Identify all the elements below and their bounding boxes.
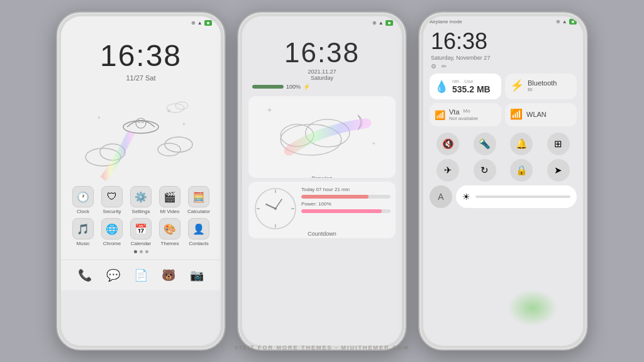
- battery-bar: [252, 85, 284, 89]
- drawing-label: Drawing: [253, 175, 391, 178]
- brightness-track: [475, 195, 570, 198]
- cc-tile-mobile[interactable]: 📶 Vta Mo Not available: [430, 103, 501, 126]
- settings-icon: ⚙️: [130, 186, 152, 207]
- app-themes[interactable]: 🎨 Themes: [156, 218, 184, 246]
- battery-3: ■: [569, 19, 577, 25]
- app-settings[interactable]: ⚙️ Settings: [127, 186, 155, 214]
- airplane-mode-label: Airplane mode: [430, 19, 462, 25]
- ufo-drawing: ✦ ✦ ✦: [78, 82, 204, 182]
- music-icon: 🎵: [72, 218, 94, 239]
- wlan-label: WLAN: [526, 111, 547, 118]
- phone-2: ⊕ ▲ ■ 16:38 2021.11.27 Saturday 100% ⚡: [237, 11, 407, 351]
- dot-3: [145, 250, 148, 253]
- cc-settings-icon[interactable]: ⚙: [431, 63, 436, 70]
- lock-date1: 2021.11.27: [242, 69, 402, 75]
- status-icons-2: ⊕ ▲ ■: [372, 20, 393, 26]
- cc-edit-icon[interactable]: ✏: [441, 63, 447, 70]
- svg-point-25: [274, 207, 277, 210]
- app-clock-label: Clock: [77, 209, 89, 214]
- bottom-dock: 📞 💬 📄 🐻 📷: [61, 260, 221, 290]
- drawing-widget: ✦ ✦ Drawing: [248, 96, 396, 178]
- dock-camera[interactable]: 📷: [186, 264, 208, 287]
- app-row-2: 🎵 Music 🌐 Chrome 📅 Calendar 🎨 Themes: [69, 218, 213, 246]
- home-time-area: 16:38 11/27 Sat: [61, 27, 221, 82]
- bt-icon: ⚡: [510, 79, 524, 92]
- dock-gallery[interactable]: 🐻: [157, 264, 180, 287]
- countdown-inner: Today 07 hour 21 min Power: 100%: [253, 187, 391, 231]
- countdown-text: Today 07 hour 21 min: [301, 187, 391, 192]
- svg-text:✦: ✦: [182, 121, 186, 127]
- themes-icon: 🎨: [159, 218, 180, 239]
- svg-point-2: [165, 137, 192, 152]
- signal-icon-2: ▲: [379, 20, 384, 26]
- home-date: 11/27 Sat: [61, 74, 221, 82]
- cc-alarm-btn[interactable]: 🔔: [510, 133, 533, 155]
- wlan-icon: 📶: [510, 108, 523, 120]
- app-music-label: Music: [77, 241, 90, 246]
- dock-phone[interactable]: 📞: [74, 264, 96, 287]
- status-bar-2: ⊕ ▲ ■: [242, 16, 402, 27]
- nth-label: nth: [452, 79, 459, 84]
- app-mivideo[interactable]: 🎬 Mi Video: [156, 186, 184, 214]
- cc-clock: 16:38: [431, 28, 575, 55]
- lock-time-area: 16:38 2021.11.27 Saturday: [242, 27, 402, 81]
- mobile-unavailable: Not available: [449, 116, 478, 121]
- phone-1: ⊕ ▲ ■ 16:38 11/27 Sat: [56, 11, 226, 351]
- bluetooth-sub: Bt: [528, 87, 557, 92]
- signal-icon: ▲: [197, 20, 203, 26]
- security-icon: 🛡: [101, 186, 123, 207]
- progress-fill-1: [301, 195, 369, 199]
- app-contacts-label: Contacts: [189, 241, 209, 246]
- cc-tile-wlan[interactable]: 📶 WLAN: [505, 103, 577, 126]
- bluetooth-icon-2: ⊕: [372, 20, 377, 26]
- cc-rotation-btn[interactable]: ↻: [474, 159, 496, 182]
- cc-tile-wlan-inner: 📶 WLAN: [510, 108, 572, 120]
- green-glow: [508, 289, 558, 327]
- app-calculator[interactable]: 🧮 Calculator: [185, 186, 213, 214]
- svg-line-24: [275, 199, 282, 209]
- app-chrome-label: Chrome: [103, 241, 121, 246]
- cc-a-btn[interactable]: A: [430, 185, 452, 208]
- cc-airplane-btn[interactable]: ✈: [436, 159, 459, 182]
- mobile-mo: Mo: [464, 108, 470, 116]
- cc-brightness-slider[interactable]: ☀: [456, 185, 577, 208]
- status-bar-1: ⊕ ▲ ■: [61, 16, 221, 27]
- cc-location-btn[interactable]: ➤: [547, 159, 570, 182]
- svg-point-5: [136, 118, 146, 128]
- cc-torch-btn[interactable]: 🔦: [474, 133, 496, 155]
- battery-2: ■: [386, 20, 393, 26]
- calculator-icon: 🧮: [188, 186, 209, 207]
- cc-time-area: 16:38 Saturday, November 27 ⚙ ✏: [423, 26, 583, 74]
- page-dots: [69, 250, 213, 253]
- app-security[interactable]: 🛡 Security: [98, 186, 126, 214]
- app-row-1: 🕐 Clock 🛡 Security ⚙️ Settings 🎬 Mi Vide…: [69, 186, 213, 214]
- progress-bar-2: [301, 209, 391, 213]
- dock-messages[interactable]: 💬: [102, 264, 125, 287]
- data-icon: 💧: [435, 80, 448, 94]
- power-text: Power: 100%: [301, 201, 391, 207]
- cc-topbar: Airplane mode ⊕ ▲ ■: [423, 16, 583, 26]
- app-music[interactable]: 🎵 Music: [69, 218, 97, 246]
- wallpaper-illustration: ✦ ✦ ✦: [61, 82, 221, 182]
- cc-mute-btn[interactable]: 🔇: [436, 133, 459, 155]
- app-chrome[interactable]: 🌐 Chrome: [98, 218, 126, 246]
- countdown-widget: Today 07 hour 21 min Power: 100% Countdo…: [248, 182, 396, 238]
- cc-screen-btn[interactable]: ⊞: [547, 133, 570, 155]
- clock-icon: 🕐: [72, 186, 94, 207]
- calendar-icon: 📅: [130, 218, 152, 239]
- progress-fill-2: [301, 209, 382, 213]
- cc-tile-bluetooth[interactable]: ⚡ Bluetooth Bt: [505, 74, 577, 99]
- cc-icons-row-1: 🔇 🔦 🔔 ⊞: [423, 130, 583, 158]
- svg-text:✦: ✦: [372, 141, 376, 146]
- dock-files[interactable]: 📄: [130, 264, 152, 287]
- app-contacts[interactable]: 👤 Contacts: [185, 218, 213, 246]
- cc-tile-bt-inner: ⚡ Bluetooth Bt: [510, 79, 572, 92]
- cc-lock-btn[interactable]: 🔒: [510, 159, 533, 182]
- brightness-icon: ☀: [462, 192, 470, 202]
- status-icons-3: ⊕ ▲ ■: [556, 19, 577, 25]
- cc-tile-data[interactable]: 💧 nth Use 535.2 MB: [430, 74, 501, 99]
- app-calendar[interactable]: 📅 Calendar: [127, 218, 155, 246]
- signal-icon-3: ▲: [562, 19, 567, 25]
- app-settings-label: Settings: [132, 209, 150, 214]
- app-clock[interactable]: 🕐 Clock: [69, 186, 97, 214]
